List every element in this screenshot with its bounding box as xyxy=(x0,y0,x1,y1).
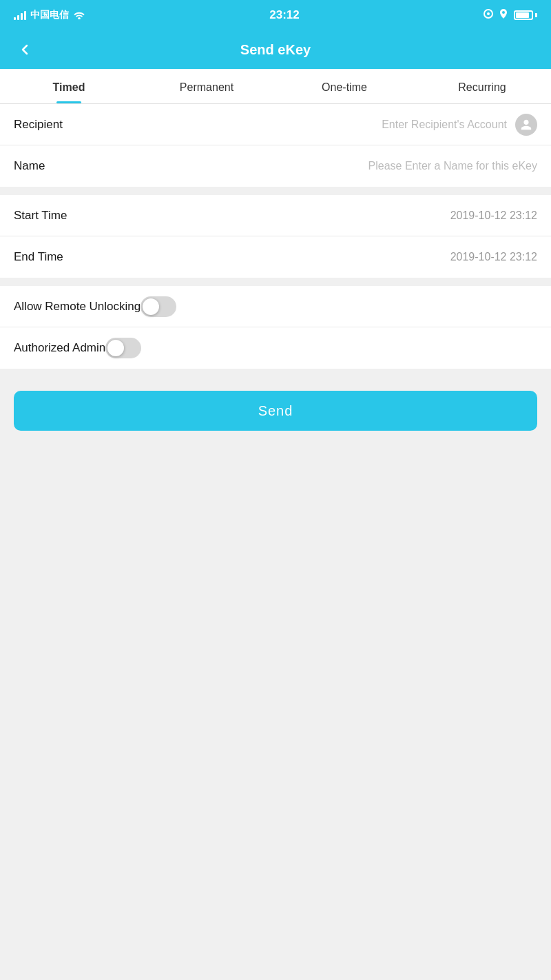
svg-point-1 xyxy=(487,12,490,15)
back-button[interactable] xyxy=(14,39,36,61)
recipient-input[interactable] xyxy=(103,119,507,131)
send-section: Send xyxy=(0,377,551,445)
status-right xyxy=(484,9,537,22)
status-bar: 中国电信 23:12 xyxy=(0,0,551,30)
start-time-value: 2019-10-12 23:12 xyxy=(103,210,537,222)
status-time: 23:12 xyxy=(269,8,299,22)
tabs-container: Timed Permanent One-time Recurring xyxy=(0,69,551,104)
lock-icon xyxy=(484,9,493,22)
page-title: Send eKey xyxy=(240,42,311,58)
start-time-label: Start Time xyxy=(14,209,103,223)
end-time-label: End Time xyxy=(14,250,103,264)
authorized-admin-toggle[interactable] xyxy=(105,338,141,358)
battery-icon xyxy=(514,10,537,20)
end-time-row[interactable]: End Time 2019-10-12 23:12 xyxy=(0,236,551,278)
start-time-row[interactable]: Start Time 2019-10-12 23:12 xyxy=(0,195,551,236)
tab-timed[interactable]: Timed xyxy=(0,69,138,103)
page-background xyxy=(0,445,551,720)
time-section: Start Time 2019-10-12 23:12 End Time 201… xyxy=(0,195,551,278)
name-label: Name xyxy=(14,159,103,173)
authorized-admin-label: Authorized Admin xyxy=(14,341,105,355)
recipient-label: Recipient xyxy=(14,118,103,132)
location-icon xyxy=(499,9,508,22)
name-row: Name xyxy=(0,145,551,187)
allow-remote-label: Allow Remote Unlocking xyxy=(14,300,141,314)
authorized-admin-row: Authorized Admin xyxy=(0,327,551,369)
recipient-row: Recipient xyxy=(0,104,551,145)
wifi-icon xyxy=(73,10,85,21)
status-left: 中国电信 xyxy=(14,9,85,21)
toggles-section: Allow Remote Unlocking Authorized Admin xyxy=(0,286,551,369)
carrier-label: 中国电信 xyxy=(30,9,69,21)
contact-picker-button[interactable] xyxy=(515,114,537,136)
allow-remote-row: Allow Remote Unlocking xyxy=(0,286,551,327)
tab-recurring[interactable]: Recurring xyxy=(413,69,551,103)
recipient-name-section: Recipient Name xyxy=(0,104,551,187)
header: Send eKey xyxy=(0,30,551,69)
allow-remote-toggle[interactable] xyxy=(141,296,176,317)
tab-onetime[interactable]: One-time xyxy=(276,69,413,103)
signal-icon xyxy=(14,10,26,20)
end-time-value: 2019-10-12 23:12 xyxy=(103,251,537,263)
send-button[interactable]: Send xyxy=(14,391,537,431)
name-input[interactable] xyxy=(103,160,537,172)
tab-permanent[interactable]: Permanent xyxy=(138,69,276,103)
